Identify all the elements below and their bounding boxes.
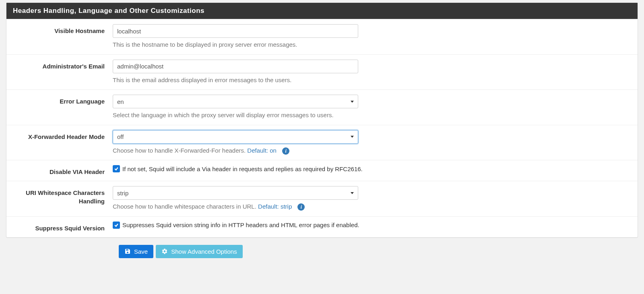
floppy-disk-icon — [124, 248, 131, 255]
help-visible-hostname: This is the hostname to be displayed in … — [113, 40, 631, 50]
suppress-version-checkbox[interactable] — [113, 222, 120, 229]
uri-whitespace-select[interactable]: strip — [113, 186, 358, 200]
suppress-version-text: Suppresses Squid version string info in … — [122, 222, 359, 228]
label-uri-whitespace: URI Whitespace Characters Handling — [13, 186, 113, 205]
x-forwarded-select[interactable]: off — [113, 130, 358, 144]
chevron-down-icon — [351, 136, 354, 138]
button-row: Save Show Advanced Options — [6, 245, 638, 266]
save-button[interactable]: Save — [119, 245, 153, 258]
error-language-value: en — [117, 98, 124, 105]
info-icon[interactable]: i — [297, 203, 305, 211]
show-advanced-button[interactable]: Show Advanced Options — [156, 245, 242, 258]
chevron-down-icon — [351, 192, 354, 194]
disable-via-text: If not set, Squid will include a Via hea… — [122, 166, 363, 172]
label-disable-via: Disable VIA Header — [13, 165, 113, 176]
check-icon — [114, 223, 119, 228]
gear-icon — [161, 248, 168, 255]
label-x-forwarded: X-Forwarded Header Mode — [13, 130, 113, 141]
row-admin-email: Administrator's Email This is the email … — [6, 54, 638, 90]
uri-whitespace-value: strip — [117, 190, 128, 197]
uri-whitespace-default-link[interactable]: Default: strip — [258, 203, 292, 210]
chevron-down-icon — [351, 101, 354, 103]
label-suppress-version: Suppress Squid Version — [13, 222, 113, 232]
error-language-select[interactable]: en — [113, 95, 358, 108]
info-icon[interactable]: i — [282, 147, 289, 155]
admin-email-input[interactable] — [113, 60, 358, 73]
help-error-language: Select the language in which the proxy s… — [113, 111, 631, 120]
row-error-language: Error Language en Select the language in… — [6, 89, 638, 125]
panel-header: Headers Handling, Language and Other Cus… — [6, 3, 638, 19]
label-error-language: Error Language — [13, 95, 113, 106]
help-uri-whitespace: Choose how to handle whitespace characte… — [113, 202, 631, 211]
help-x-forwarded: Choose how to handle X-Forwarded-For hea… — [113, 146, 631, 155]
settings-panel: Headers Handling, Language and Other Cus… — [6, 2, 638, 238]
visible-hostname-input[interactable] — [113, 24, 358, 38]
help-admin-email: This is the email address displayed in e… — [113, 76, 631, 85]
row-suppress-version: Suppress Squid Version Suppresses Squid … — [6, 216, 638, 237]
x-forwarded-value: off — [117, 133, 124, 140]
check-icon — [114, 166, 119, 171]
row-visible-hostname: Visible Hostname This is the hostname to… — [6, 19, 638, 54]
row-uri-whitespace: URI Whitespace Characters Handling strip… — [6, 181, 638, 216]
row-disable-via: Disable VIA Header If not set, Squid wil… — [6, 160, 638, 181]
disable-via-checkbox[interactable] — [113, 165, 120, 172]
label-admin-email: Administrator's Email — [13, 60, 113, 70]
label-visible-hostname: Visible Hostname — [13, 24, 113, 35]
row-x-forwarded: X-Forwarded Header Mode off Choose how t… — [6, 125, 638, 160]
x-forwarded-default-link[interactable]: Default: on — [247, 147, 277, 154]
